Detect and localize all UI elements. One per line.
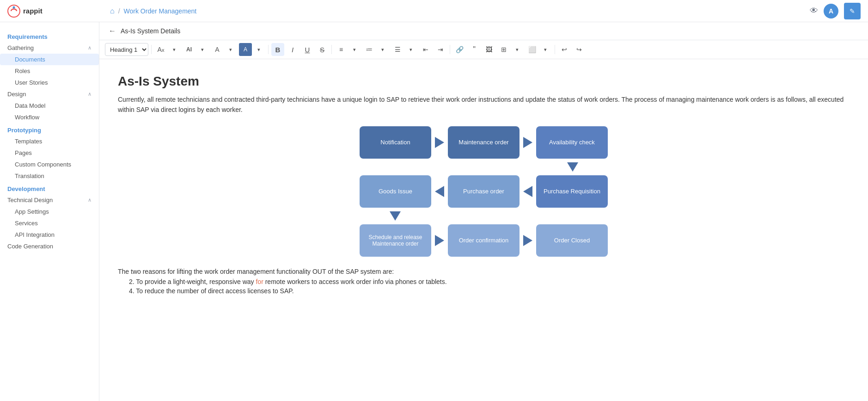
nav-actions: 👁 A ✎: [810, 3, 861, 19]
ai-btn[interactable]: AI: [183, 43, 196, 56]
sidebar-item-user-stories[interactable]: User Stories: [0, 77, 99, 88]
flow-arrow-down-1: [567, 162, 578, 172]
heading-select[interactable]: Heading 1 Heading 2 Heading 3 Normal: [105, 43, 148, 56]
flow-box-order-closed-label: Order Closed: [554, 237, 590, 244]
flow-box-order-confirmation: Order confirmation: [448, 224, 520, 257]
sidebar-group-technical-design[interactable]: Technical Design ∧: [0, 194, 99, 206]
flow-row-down-2: [359, 211, 608, 221]
align-down-btn[interactable]: ▾: [348, 43, 361, 56]
sidebar-group-gathering[interactable]: Gathering ∧: [0, 42, 99, 54]
sidebar-item-templates[interactable]: Templates: [0, 136, 99, 147]
flow-box-schedule-release-label: Schedule and release Maintenance order: [363, 234, 428, 247]
reason-list: To provide a light-weight, responsive wa…: [118, 278, 850, 295]
edit-button[interactable]: ✎: [844, 3, 861, 19]
sidebar-item-pages[interactable]: Pages: [0, 147, 99, 159]
sidebar-item-data-model[interactable]: Data Model: [0, 100, 99, 111]
font-size-btn[interactable]: Ax: [154, 43, 167, 56]
table-btn[interactable]: ⊞: [497, 43, 510, 56]
doc-intro: Currently, all remote technicians and co…: [118, 94, 850, 115]
flow-box-order-closed: Order Closed: [536, 224, 608, 257]
flow-box-goods-issue: Goods Issue: [360, 175, 431, 208]
document-body: As-Is System Currently, all remote techn…: [99, 59, 868, 401]
toolbar-divider-1: [151, 45, 152, 54]
sidebar-item-custom-components[interactable]: Custom Components: [0, 159, 99, 170]
sidebar-item-documents[interactable]: Documents: [0, 54, 99, 65]
sidebar-item-api-integration[interactable]: API Integration: [0, 229, 99, 241]
logo-text: rappit: [23, 7, 43, 15]
undo-btn[interactable]: ↩: [558, 43, 571, 56]
avatar[interactable]: A: [824, 4, 838, 19]
sidebar-group-design[interactable]: Design ∧: [0, 88, 99, 100]
flow-row-2: Goods Issue Purchase order Purchase Requ…: [360, 175, 608, 208]
reason-item-2: To reduce the number of direct access li…: [127, 287, 850, 295]
table-down-btn[interactable]: ▾: [511, 43, 524, 56]
flow-box-order-confirmation-label: Order confirmation: [459, 237, 509, 244]
toolbar-divider-5: [555, 45, 555, 54]
toolbar-divider-4: [450, 45, 450, 54]
chevron-gathering: ∧: [88, 45, 92, 51]
link-btn[interactable]: 🔗: [453, 43, 466, 56]
sidebar-item-app-settings[interactable]: App Settings: [0, 206, 99, 217]
highlight-down-btn[interactable]: ▾: [252, 43, 265, 56]
flow-row-1: Notification Maintenance order Availabil…: [360, 126, 608, 159]
flow-row-3: Schedule and release Maintenance order O…: [360, 224, 608, 257]
sidebar-item-code-generation[interactable]: Code Generation: [0, 241, 99, 252]
sidebar: Requirements Gathering ∧ Documents Roles…: [0, 22, 99, 401]
font-color-down-btn[interactable]: ▾: [224, 43, 237, 56]
eye-icon[interactable]: 👁: [810, 6, 818, 16]
sidebar-group-technical-design-label: Technical Design: [7, 197, 53, 204]
toolbar-group-table: ⊞ ▾: [497, 43, 524, 56]
ordered-list-down-btn[interactable]: ▾: [376, 43, 389, 56]
unordered-list-btn[interactable]: ☰: [391, 43, 404, 56]
flow-box-availability-check-label: Availability check: [549, 139, 595, 146]
flow-arrow-6: [523, 235, 532, 246]
font-color-btn[interactable]: A: [211, 43, 224, 56]
back-button[interactable]: ←: [109, 27, 116, 35]
logo-icon: [7, 5, 20, 18]
toolbar-divider-3: [331, 45, 332, 54]
logo: rappit: [7, 5, 104, 18]
sidebar-item-roles[interactable]: Roles: [0, 65, 99, 77]
embed-btn[interactable]: ⬜: [526, 43, 538, 56]
toolbar-group-font-color: A ▾: [211, 43, 237, 56]
toolbar-group-unordered-list: ☰ ▾: [391, 43, 417, 56]
strikethrough-btn[interactable]: S: [316, 43, 329, 56]
unordered-list-down-btn[interactable]: ▾: [404, 43, 417, 56]
flow-arrow-down-2: [390, 211, 401, 221]
sidebar-item-workflow[interactable]: Workflow: [0, 111, 99, 123]
sidebar-item-services[interactable]: Services: [0, 217, 99, 229]
ordered-list-btn[interactable]: ≔: [363, 43, 376, 56]
ai-down-btn[interactable]: ▾: [196, 43, 209, 56]
reason-item-1: To provide a light-weight, responsive wa…: [127, 278, 850, 285]
breadcrumb-separator: /: [118, 7, 120, 15]
flow-arrow-1: [435, 137, 444, 148]
underline-btn[interactable]: U: [301, 43, 314, 56]
embed-down-btn[interactable]: ▾: [539, 43, 552, 56]
home-icon[interactable]: ⌂: [110, 7, 115, 15]
flow-box-purchase-requisition-label: Purchase Requisition: [544, 188, 600, 195]
highlight-btn[interactable]: A: [239, 43, 252, 56]
chevron-design: ∧: [88, 91, 92, 97]
toolbar-group-highlight: A ▾: [239, 43, 265, 56]
italic-btn[interactable]: I: [286, 43, 299, 56]
sidebar-group-gathering-label: Gathering: [7, 44, 34, 51]
bold-btn[interactable]: B: [271, 43, 284, 56]
flow-arrow-2: [523, 137, 532, 148]
flow-arrow-5: [435, 235, 444, 246]
sub-header-title: As-Is System Details: [121, 27, 180, 35]
quote-btn[interactable]: ": [468, 43, 481, 56]
flow-box-purchase-order-label: Purchase order: [463, 188, 504, 195]
breadcrumb-title[interactable]: Work Order Management: [124, 7, 197, 15]
sidebar-item-translation[interactable]: Translation: [0, 170, 99, 182]
flow-box-notification: Notification: [360, 126, 431, 159]
toolbar-group-align: ≡ ▾: [335, 43, 361, 56]
outdent-btn[interactable]: ⇤: [419, 43, 432, 56]
font-size-down-btn[interactable]: ▾: [168, 43, 181, 56]
indent-btn[interactable]: ⇥: [434, 43, 447, 56]
top-nav: rappit ⌂ / Work Order Management 👁 A ✎: [0, 0, 868, 22]
redo-btn[interactable]: ↪: [573, 43, 586, 56]
sidebar-group-design-label: Design: [7, 91, 26, 98]
toolbar: Heading 1 Heading 2 Heading 3 Normal Ax …: [99, 40, 868, 59]
align-btn[interactable]: ≡: [335, 43, 348, 56]
image-btn[interactable]: 🖼: [483, 43, 495, 56]
